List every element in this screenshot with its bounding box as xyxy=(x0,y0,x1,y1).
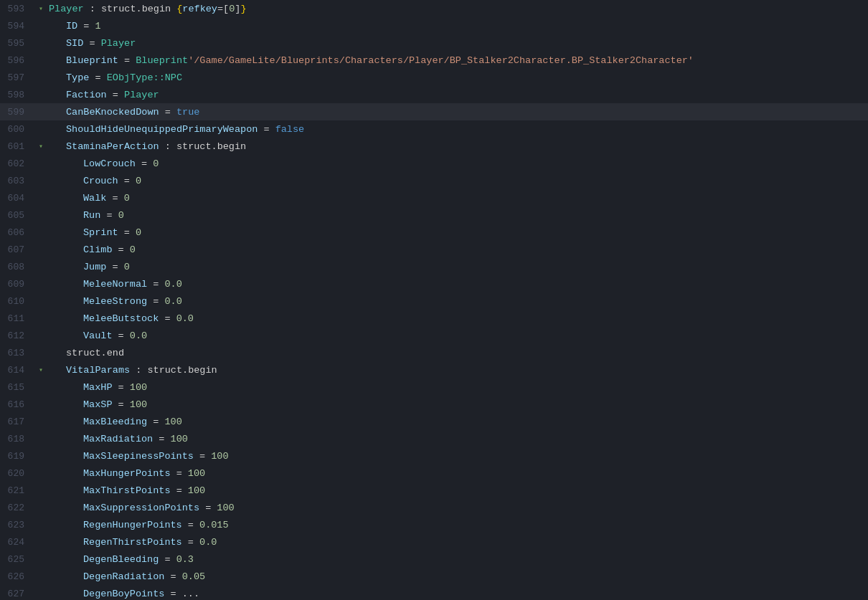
line-number: 623 xyxy=(0,520,36,530)
token-cyan: EObjType::NPC xyxy=(107,72,182,83)
code-line: 594 ID = 1 xyxy=(0,17,868,34)
code-line: 623 RegenHungerPoints = 0.015 xyxy=(0,516,868,533)
token-light-blue: MeleeButstock xyxy=(83,313,159,324)
token-white: struct.begin xyxy=(147,365,217,376)
code-tokens: Jump = 0 xyxy=(80,262,130,272)
token-light-blue: DegenBoyPoints xyxy=(83,589,164,599)
code-line: 618 MaxRadiation = 100 xyxy=(0,430,868,447)
line-number: 618 xyxy=(0,434,36,444)
token-number: 100 xyxy=(211,451,228,462)
line-number: 610 xyxy=(0,296,36,307)
code-line: 601▾StaminaPerAction : struct.begin xyxy=(0,138,868,155)
token-number: 0 xyxy=(136,227,141,238)
code-line: 597 Type = EObjType::NPC xyxy=(0,69,868,86)
token-number: 100 xyxy=(171,434,188,444)
token-number: 100 xyxy=(130,399,147,410)
token-white: = xyxy=(164,571,181,582)
token-light-blue: Vault xyxy=(83,330,113,341)
token-white: = xyxy=(147,279,164,290)
code-tokens: SID = Player xyxy=(63,38,136,49)
token-white: = xyxy=(147,416,164,427)
line-number: 606 xyxy=(0,227,36,238)
code-line: 625 DegenBleeding = 0.3 xyxy=(0,551,868,568)
token-white: = xyxy=(258,124,275,135)
token-light-blue: RegenHungerPoints xyxy=(83,520,182,530)
token-cyan: Blueprint xyxy=(136,55,188,66)
token-white: = xyxy=(159,313,176,324)
token-number: 0 xyxy=(130,244,136,255)
token-white: = xyxy=(113,399,130,410)
token-light-blue: DegenRadiation xyxy=(83,571,164,582)
token-number: 0 xyxy=(136,176,141,186)
line-number: 599 xyxy=(0,107,36,118)
token-white: : xyxy=(84,4,101,14)
token-light-blue: MaxThirstPoints xyxy=(83,485,171,496)
token-white: = xyxy=(182,520,199,530)
code-tokens: DegenRadiation = 0.05 xyxy=(80,571,205,582)
code-line: 615 MaxHP = 100 xyxy=(0,378,868,396)
token-number: 0.0 xyxy=(164,296,181,307)
code-tokens: VitalParams : struct.begin xyxy=(63,365,217,376)
code-line: 608 Jump = 0 xyxy=(0,258,868,275)
code-tokens: Type = EObjType::NPC xyxy=(63,72,182,83)
line-number: 613 xyxy=(0,348,36,358)
code-tokens: ID = 1 xyxy=(63,21,101,32)
code-line: 613 struct.end xyxy=(0,344,868,361)
token-white: = xyxy=(182,537,199,548)
token-white: = xyxy=(77,21,95,32)
token-light-blue: MeleeStrong xyxy=(83,296,147,307)
line-number: 612 xyxy=(0,330,36,341)
token-white: = xyxy=(153,434,170,444)
code-line: 598 Faction = Player xyxy=(0,86,868,103)
code-tokens: MaxHP = 100 xyxy=(80,382,147,393)
code-line: 595 SID = Player xyxy=(0,34,868,52)
code-tokens: CanBeKnockedDown = true xyxy=(63,107,199,118)
token-number: 0.0 xyxy=(130,330,147,341)
line-number: 621 xyxy=(0,485,36,496)
token-light-blue: MaxSuppressionPoints xyxy=(83,503,199,513)
line-number: 596 xyxy=(0,55,36,66)
token-white: = xyxy=(147,296,164,307)
token-light-blue: DegenBleeding xyxy=(83,554,159,565)
code-tokens: DegenBoyPoints = ... xyxy=(80,589,199,599)
line-number: 624 xyxy=(0,537,36,548)
token-number: 100 xyxy=(164,416,181,427)
code-tokens: Faction = Player xyxy=(63,90,159,100)
token-light-blue: MaxHP xyxy=(83,382,113,393)
token-white: = xyxy=(113,382,130,393)
token-number: 0 xyxy=(153,158,159,169)
fold-arrow[interactable]: ▾ xyxy=(36,4,46,13)
line-number: 598 xyxy=(0,90,36,100)
token-number: 0 xyxy=(124,193,130,204)
token-light-blue: MaxHungerPoints xyxy=(83,468,171,479)
fold-arrow[interactable]: ▾ xyxy=(36,366,46,374)
code-line: 622 MaxSuppressionPoints = 100 xyxy=(0,499,868,516)
token-value-true: true xyxy=(176,107,199,118)
token-white: = xyxy=(83,38,100,49)
token-light-blue: RegenThirstPoints xyxy=(83,537,182,548)
token-cyan: Player xyxy=(49,4,84,14)
code-tokens: Blueprint = Blueprint'/Game/GameLite/Blu… xyxy=(63,55,694,66)
code-tokens: Climb = 0 xyxy=(80,244,136,255)
line-number: 620 xyxy=(0,468,36,479)
token-number: 0.0 xyxy=(176,313,194,324)
code-tokens: RegenThirstPoints = 0.0 xyxy=(80,537,217,548)
token-number: 0.05 xyxy=(182,571,205,582)
line-number: 619 xyxy=(0,451,36,462)
line-number: 593 xyxy=(0,4,36,14)
code-tokens: struct.end xyxy=(63,348,124,358)
code-line: 614▾VitalParams : struct.begin xyxy=(0,361,868,378)
token-light-blue: Climb xyxy=(83,244,113,255)
token-light-blue: LowCrouch xyxy=(83,158,136,169)
code-line: 624 RegenThirstPoints = 0.0 xyxy=(0,533,868,551)
code-tokens: MaxBleeding = 100 xyxy=(80,416,182,427)
fold-arrow[interactable]: ▾ xyxy=(36,142,46,151)
token-light-blue: MeleeNormal xyxy=(83,279,147,290)
code-line: 621 MaxThirstPoints = 100 xyxy=(0,482,868,499)
code-line: 610 MeleeStrong = 0.0 xyxy=(0,292,868,310)
line-number: 597 xyxy=(0,72,36,83)
code-line: 611 MeleeButstock = 0.0 xyxy=(0,310,868,327)
token-light-blue: Jump xyxy=(83,262,106,272)
code-tokens: Walk = 0 xyxy=(80,193,130,204)
token-light-blue: MaxSleepinessPoints xyxy=(83,451,194,462)
